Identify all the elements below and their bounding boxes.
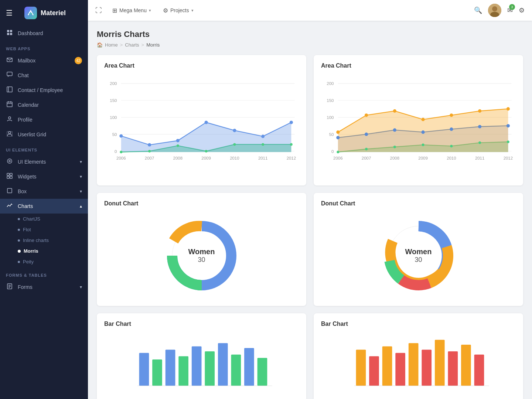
svg-point-84 [422, 118, 425, 121]
svg-rect-125 [409, 343, 419, 386]
svg-point-15 [9, 160, 10, 162]
projects-button[interactable]: ⚙ Projects ▾ [158, 5, 198, 16]
sidebar-item-widgets[interactable]: Widgets ▾ [0, 169, 88, 184]
flot-dot [18, 229, 20, 231]
sub-peity[interactable]: Peity [18, 256, 88, 267]
dashboard-icon [6, 30, 13, 37]
sidebar-item-calendar[interactable]: Calendar [0, 98, 88, 112]
chartjs-dot [18, 218, 20, 220]
inline-label: Inline charts [23, 238, 49, 243]
ui-elements-label: UI Elements [18, 159, 46, 165]
svg-text:2012: 2012 [287, 156, 296, 160]
svg-point-86 [478, 109, 481, 113]
donut-1-value: 30 [188, 256, 215, 264]
svg-point-57 [205, 150, 208, 153]
topbar-nav: ⊞ Mega Menu ▾ ⚙ Projects ▾ [108, 5, 198, 16]
bar-chart-2-svg [321, 333, 516, 392]
svg-rect-6 [7, 87, 12, 92]
sidebar-item-contact[interactable]: Contact / Employee [0, 83, 88, 98]
svg-point-88 [336, 136, 340, 139]
svg-point-97 [393, 146, 396, 148]
svg-text:2009: 2009 [201, 156, 211, 160]
mega-menu-button[interactable]: ⊞ Mega Menu ▾ [108, 5, 156, 16]
contact-icon [6, 86, 13, 94]
sub-flot[interactable]: Flot [18, 224, 88, 235]
user-avatar[interactable] [488, 4, 501, 17]
sidebar-item-mailbox[interactable]: Mailbox 42 [0, 53, 88, 68]
box-icon [6, 188, 13, 195]
svg-point-51 [233, 129, 236, 132]
morris-dot [18, 250, 21, 253]
svg-text:2007: 2007 [362, 156, 371, 160]
sidebar-item-charts[interactable]: Charts ▴ [0, 199, 88, 214]
forms-icon [6, 283, 13, 291]
donut-1-wrap: Women 30 [104, 213, 299, 299]
svg-text:150: 150 [110, 98, 117, 103]
donut-2-label: Women 30 [405, 248, 432, 264]
section-forms: Forms & Tables [0, 267, 88, 280]
breadcrumb-charts[interactable]: Charts [125, 42, 139, 48]
section-ui: UI Elements [0, 142, 88, 154]
contact-label: Contact / Employee [18, 87, 63, 93]
charts-arrow: ▴ [80, 204, 82, 209]
svg-point-100 [478, 141, 481, 144]
topbar: ⛶ ⊞ Mega Menu ▾ ⚙ Projects ▾ 🔍 [88, 0, 532, 21]
svg-rect-118 [244, 348, 254, 386]
svg-text:100: 100 [327, 115, 334, 120]
svg-rect-121 [356, 349, 366, 386]
sidebar-item-userlist[interactable]: Userlist Grid [0, 127, 88, 142]
sidebar-item-ui-elements[interactable]: UI Elements ▾ [0, 154, 88, 169]
sidebar-item-box[interactable]: Box ▾ [0, 184, 88, 199]
mail-button[interactable]: ✉ 3 [507, 6, 513, 14]
chat-icon [6, 72, 13, 79]
svg-text:2006: 2006 [116, 156, 126, 160]
svg-text:200: 200 [110, 81, 117, 86]
svg-point-12 [8, 117, 11, 119]
morris-label: Morris [24, 248, 38, 254]
sidebar-item-dashboard[interactable]: Dashboard [0, 26, 88, 41]
bar-chart-1-title: Bar Chart [104, 321, 299, 327]
section-webapps: Web Apps [0, 41, 88, 53]
svg-rect-5 [7, 72, 12, 76]
mega-menu-label: Mega Menu [119, 7, 147, 13]
hamburger-button[interactable]: ☰ [0, 2, 18, 24]
breadcrumb-home[interactable]: Home [105, 42, 118, 48]
projects-label: Projects [170, 7, 189, 13]
svg-rect-8 [7, 102, 12, 107]
donut-chart-2-title: Donut Chart [321, 200, 516, 207]
sidebar-item-chat[interactable]: Chat [0, 68, 88, 83]
mail-count-badge: 3 [509, 4, 515, 10]
svg-point-55 [148, 150, 151, 153]
svg-text:2007: 2007 [145, 156, 154, 160]
svg-point-58 [233, 143, 236, 146]
widgets-icon [6, 173, 13, 180]
fullscreen-button[interactable]: ⛶ [95, 7, 102, 14]
svg-point-26 [492, 6, 497, 11]
svg-text:0: 0 [115, 149, 117, 154]
svg-text:100: 100 [110, 115, 117, 120]
settings-icon[interactable]: ⚙ [519, 6, 525, 14]
svg-point-13 [8, 132, 11, 134]
donut-1-container: Women 30 [165, 219, 239, 293]
charts-label: Charts [18, 203, 33, 209]
svg-text:2010: 2010 [447, 156, 456, 160]
svg-point-98 [422, 144, 424, 146]
sub-chartjs[interactable]: ChartJS [18, 214, 88, 224]
svg-text:2011: 2011 [475, 156, 484, 160]
peity-label: Peity [23, 259, 34, 265]
breadcrumb: 🏠 Home > Charts > Morris [97, 42, 523, 48]
svg-point-60 [290, 143, 293, 146]
main-area: ⛶ ⊞ Mega Menu ▾ ⚙ Projects ▾ 🔍 [88, 0, 532, 399]
sub-morris[interactable]: Morris [18, 246, 88, 256]
svg-rect-110 [139, 353, 149, 386]
sub-inline[interactable]: Inline charts [18, 235, 88, 246]
svg-rect-130 [474, 355, 484, 386]
svg-text:2009: 2009 [418, 156, 427, 160]
svg-point-53 [290, 121, 293, 124]
profile-label: Profile [18, 117, 33, 123]
sidebar-item-profile[interactable]: Profile [0, 112, 88, 127]
search-icon[interactable]: 🔍 [474, 6, 482, 14]
sidebar-item-forms[interactable]: Forms ▾ [0, 280, 88, 294]
svg-rect-129 [461, 345, 471, 386]
svg-point-92 [450, 127, 453, 131]
